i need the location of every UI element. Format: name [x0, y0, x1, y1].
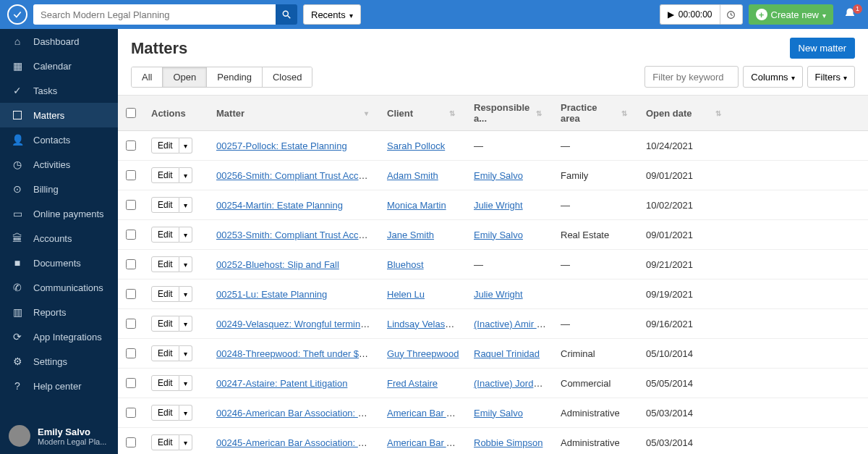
- sidebar-item-settings[interactable]: ⚙Settings: [0, 349, 118, 374]
- user-profile[interactable]: Emily Salvo Modern Legal Pla...: [0, 418, 118, 454]
- search-input[interactable]: [33, 4, 276, 25]
- edit-button[interactable]: Edit: [151, 434, 179, 450]
- row-checkbox[interactable]: [126, 408, 136, 418]
- edit-dropdown-button[interactable]: ▾: [179, 405, 192, 421]
- sidebar-item-reports[interactable]: ▥Reports: [0, 300, 118, 324]
- columns-button[interactable]: Columns: [743, 66, 802, 88]
- client-link[interactable]: Sarah Pollock: [387, 140, 445, 151]
- edit-dropdown-button[interactable]: ▾: [179, 197, 192, 213]
- client-link[interactable]: Adam Smith: [387, 170, 438, 181]
- responsible-link[interactable]: Raquel Trinidad: [474, 348, 540, 359]
- recents-button[interactable]: Recents: [303, 4, 361, 25]
- edit-button[interactable]: Edit: [151, 405, 179, 421]
- col-header-client[interactable]: Client⇅: [380, 96, 467, 130]
- col-header-practice[interactable]: Practice area⇅: [553, 96, 639, 130]
- matter-link[interactable]: 00246-American Bar Association: Patent L…: [216, 408, 380, 419]
- responsible-link[interactable]: Emily Salvo: [474, 408, 523, 419]
- edit-button[interactable]: Edit: [151, 197, 179, 213]
- matter-link[interactable]: 00252-Bluehost: Slip and Fall: [216, 259, 339, 270]
- timer-start-button[interactable]: ▶ 00:00:00: [660, 4, 720, 25]
- responsible-link[interactable]: Julie Wright: [474, 200, 523, 211]
- tab-open[interactable]: Open: [163, 67, 207, 87]
- sidebar-item-dashboard[interactable]: ⌂Dashboard: [0, 29, 118, 54]
- matter-link[interactable]: 00257-Pollock: Estate Planning: [216, 140, 347, 151]
- edit-dropdown-button[interactable]: ▾: [179, 167, 192, 183]
- row-checkbox[interactable]: [126, 140, 136, 151]
- row-checkbox[interactable]: [126, 259, 136, 269]
- edit-button[interactable]: Edit: [151, 167, 179, 183]
- edit-dropdown-button[interactable]: ▾: [179, 345, 192, 361]
- sidebar-item-communications[interactable]: ✆Communications: [0, 275, 118, 300]
- matter-link[interactable]: 00247-Astaire: Patent Litigation: [216, 378, 347, 389]
- client-link[interactable]: Lindsay Velasquez: [387, 319, 465, 329]
- app-logo[interactable]: [7, 4, 27, 25]
- row-checkbox[interactable]: [126, 378, 136, 388]
- edit-button[interactable]: Edit: [151, 316, 179, 332]
- matter-link[interactable]: 00248-Threepwood: Theft under $2000: [216, 348, 380, 359]
- tab-pending[interactable]: Pending: [207, 67, 263, 87]
- tab-all[interactable]: All: [132, 67, 163, 87]
- edit-dropdown-button[interactable]: ▾: [179, 434, 192, 450]
- edit-button[interactable]: Edit: [151, 138, 179, 154]
- edit-button[interactable]: Edit: [151, 375, 179, 391]
- filter-keyword-input[interactable]: [644, 66, 739, 88]
- responsible-link[interactable]: (Inactive) Amir Gol...: [474, 319, 553, 329]
- responsible-link[interactable]: Robbie Simpson: [474, 437, 542, 448]
- col-header-responsible[interactable]: Responsible a...⇅: [467, 96, 553, 130]
- sidebar-item-contacts[interactable]: 👤Contacts: [0, 127, 118, 152]
- matter-link[interactable]: 00254-Martin: Estate Planning: [216, 200, 343, 211]
- client-link[interactable]: Helen Lu: [387, 289, 425, 300]
- edit-dropdown-button[interactable]: ▾: [179, 256, 192, 272]
- responsible-link[interactable]: Emily Salvo: [474, 230, 523, 240]
- sidebar-item-calendar[interactable]: ▦Calendar: [0, 54, 118, 78]
- client-link[interactable]: Bluehost: [387, 259, 424, 270]
- sidebar-item-help-center[interactable]: ?Help center: [0, 374, 118, 398]
- edit-dropdown-button[interactable]: ▾: [179, 375, 192, 391]
- row-checkbox[interactable]: [126, 200, 136, 210]
- timer-history-button[interactable]: [720, 4, 743, 25]
- client-link[interactable]: American Bar Asso...: [387, 408, 467, 419]
- edit-button[interactable]: Edit: [151, 286, 179, 302]
- sidebar-item-billing[interactable]: ⊙Billing: [0, 177, 118, 201]
- tab-closed[interactable]: Closed: [263, 67, 312, 87]
- sidebar-item-online-payments[interactable]: ▭Online payments: [0, 201, 118, 226]
- row-checkbox[interactable]: [126, 170, 136, 180]
- sidebar-item-app-integrations[interactable]: ⟳App Integrations: [0, 324, 118, 349]
- client-link[interactable]: Guy Threepwood: [387, 348, 459, 359]
- responsible-link[interactable]: Julie Wright: [474, 289, 523, 300]
- edit-dropdown-button[interactable]: ▾: [179, 316, 192, 332]
- col-header-matter[interactable]: Matter▾: [209, 96, 380, 130]
- row-checkbox[interactable]: [126, 289, 136, 299]
- client-link[interactable]: Fred Astaire: [387, 378, 438, 389]
- select-all-checkbox[interactable]: [126, 108, 136, 118]
- responsible-link[interactable]: Emily Salvo: [474, 170, 523, 181]
- sidebar-item-activities[interactable]: ◷Activities: [0, 152, 118, 177]
- matter-link[interactable]: 00249-Velasquez: Wrongful termination: [216, 319, 380, 329]
- edit-button[interactable]: Edit: [151, 227, 179, 243]
- matter-link[interactable]: 00256-Smith: Compliant Trust Accounting: [216, 170, 380, 181]
- client-link[interactable]: Jane Smith: [387, 230, 434, 240]
- create-new-button[interactable]: + Create new: [749, 4, 833, 25]
- edit-dropdown-button[interactable]: ▾: [179, 286, 192, 302]
- col-header-open-date[interactable]: Open date⇅: [639, 96, 733, 130]
- edit-button[interactable]: Edit: [151, 256, 179, 272]
- sidebar-item-matters[interactable]: 🞎Matters: [0, 103, 118, 127]
- client-link[interactable]: American Bar Asso...: [387, 437, 467, 448]
- client-link[interactable]: Monica Martin: [387, 200, 446, 211]
- filters-button[interactable]: Filters: [807, 66, 855, 88]
- sidebar-item-tasks[interactable]: ✓Tasks: [0, 78, 118, 103]
- sidebar-item-documents[interactable]: ■Documents: [0, 251, 118, 275]
- matter-link[interactable]: 00245-American Bar Association: Copyrigh…: [216, 437, 380, 448]
- matter-link[interactable]: 00251-Lu: Estate Planning: [216, 289, 327, 300]
- responsible-link[interactable]: (Inactive) Jordan W...: [474, 378, 553, 389]
- row-checkbox[interactable]: [126, 348, 136, 358]
- matter-link[interactable]: 00253-Smith: Compliant Trust Accounting: [216, 230, 380, 240]
- row-checkbox[interactable]: [126, 437, 136, 447]
- edit-dropdown-button[interactable]: ▾: [179, 227, 192, 243]
- sidebar-item-accounts[interactable]: 🏛Accounts: [0, 226, 118, 251]
- row-checkbox[interactable]: [126, 230, 136, 240]
- search-button[interactable]: [276, 4, 297, 25]
- new-matter-button[interactable]: New matter: [790, 38, 855, 59]
- notifications-button[interactable]: 1: [839, 7, 861, 22]
- row-checkbox[interactable]: [126, 319, 136, 329]
